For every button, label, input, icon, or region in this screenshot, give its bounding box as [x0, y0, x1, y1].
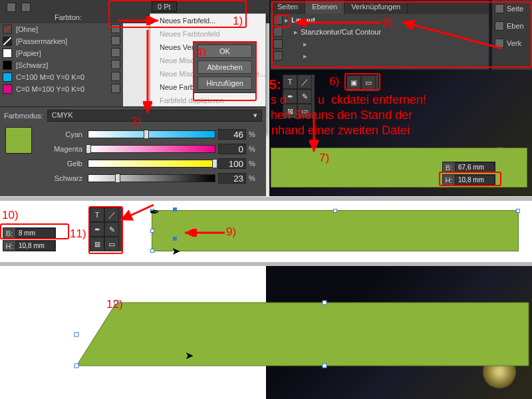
swatch-chip — [3, 84, 12, 94]
swatch-chip — [3, 37, 12, 46]
chevron-down-icon: ▾ — [253, 111, 257, 120]
swatch-row[interactable]: [Ohne] — [0, 23, 123, 35]
swatch-chip — [3, 61, 12, 70]
annot-12: 12) — [106, 298, 123, 311]
swatch-row[interactable]: C=100 M=0 Y=0 K=0 — [0, 71, 123, 83]
swatch-type-icon — [111, 36, 120, 45]
swatch-type-icon — [111, 84, 120, 93]
cursor-icon: ➤ — [172, 245, 180, 257]
swatch-chip — [3, 49, 12, 58]
channel-label: Magenta — [39, 145, 88, 153]
channel-slider[interactable] — [88, 160, 215, 168]
overlay-line1: ckdatei entfernen! — [331, 93, 426, 107]
overlay-line3: nhand einer zweiten Datei — [271, 124, 410, 138]
channel-slider[interactable] — [88, 130, 215, 138]
svg-line-14 — [120, 205, 154, 220]
color-preview-swatch — [5, 127, 32, 154]
svg-line-1 — [3, 37, 11, 45]
swatch-label: [Papier] — [16, 49, 41, 57]
svg-rect-6 — [323, 364, 327, 368]
swatch-chip — [3, 72, 12, 82]
anchor-point[interactable] — [173, 207, 177, 211]
channel-label: Schwarz — [39, 174, 88, 182]
line-tool-icon[interactable]: ／ — [297, 74, 312, 89]
channel-label: Gelb — [39, 160, 88, 168]
annot-1: 1) — [233, 15, 243, 28]
channel-value[interactable] — [218, 173, 246, 184]
svg-line-0 — [3, 25, 11, 33]
percent-label: % — [249, 174, 261, 182]
colormode-label: Farbmodus: — [4, 112, 43, 120]
cursor-icon-2: ➤ — [185, 349, 194, 362]
swatch-type-icon — [111, 72, 120, 81]
percent-label: % — [249, 145, 261, 153]
swatch-label: [Ohne] — [16, 25, 38, 33]
annot-6: 6) — [329, 75, 339, 88]
swatch-type-icon — [111, 60, 120, 69]
height-value-2[interactable]: 10,8 mm — [15, 241, 55, 251]
height-label-2: H: — [3, 242, 15, 250]
swatch-row[interactable]: C=0 M=100 Y=0 K=0 — [0, 83, 123, 95]
height-field-mid[interactable]: H: 10,8 mm — [3, 240, 56, 251]
tool-a-icon[interactable] — [7, 3, 16, 12]
overlay-frag1: s d — [271, 93, 287, 107]
tool-b-icon[interactable] — [21, 3, 31, 12]
anchor-point-2[interactable] — [173, 237, 177, 241]
annot-10: 10) — [2, 209, 19, 222]
svg-rect-5 — [74, 364, 78, 368]
annot-4: 4) — [196, 46, 206, 59]
swatch-row[interactable]: [Passermarken] — [0, 35, 123, 47]
annot-7: 7) — [319, 152, 329, 165]
annot-2: 2) — [131, 115, 141, 128]
channel-label: Cyan — [39, 130, 88, 138]
width-label: B: — [443, 164, 455, 172]
svg-rect-4 — [323, 301, 327, 305]
swatch-row[interactable]: [Schwarz] — [0, 59, 123, 71]
svg-marker-2 — [76, 303, 529, 366]
swatch-label: C=0 M=100 Y=0 K=0 — [16, 85, 84, 93]
swatch-type-icon — [111, 48, 120, 57]
swatch-label: [Passermarken] — [16, 37, 67, 45]
svg-line-11 — [402, 22, 502, 49]
width-value[interactable]: 67,6 mm — [455, 162, 495, 172]
percent-label: % — [249, 130, 261, 138]
annot-11: 11) — [70, 227, 86, 241]
menu-item: Neues Farbtonfeld — [150, 27, 265, 41]
swatch-chip — [3, 25, 12, 34]
overlay-5-label: 5: — [269, 77, 281, 92]
svg-rect-7 — [74, 332, 78, 336]
overlay-line2: hen Sie uns den Stand der — [271, 108, 412, 122]
type-tool-icon[interactable]: T — [283, 74, 297, 89]
green-parallelogram[interactable] — [76, 303, 529, 376]
colormode-dropdown[interactable]: CMYK▾ — [47, 110, 262, 122]
channel-value[interactable] — [218, 144, 246, 154]
overlay-frag2: u — [318, 93, 325, 107]
colormode-value: CMYK — [52, 111, 73, 120]
channel-slider[interactable] — [88, 174, 215, 182]
annot-8: 8) — [383, 17, 393, 30]
swatch-label: C=100 M=0 Y=0 K=0 — [16, 73, 84, 81]
farbton-label: Farbton: — [55, 13, 82, 21]
channel-slider[interactable] — [88, 145, 215, 153]
pencil-tool-icon[interactable]: ✎ — [297, 89, 312, 104]
percent-label: % — [249, 160, 261, 168]
channel-value[interactable] — [218, 129, 246, 140]
channel-value[interactable] — [218, 158, 246, 169]
swatch-row[interactable]: [Papier] — [0, 47, 123, 59]
swatch-label: [Schwarz] — [16, 61, 48, 69]
